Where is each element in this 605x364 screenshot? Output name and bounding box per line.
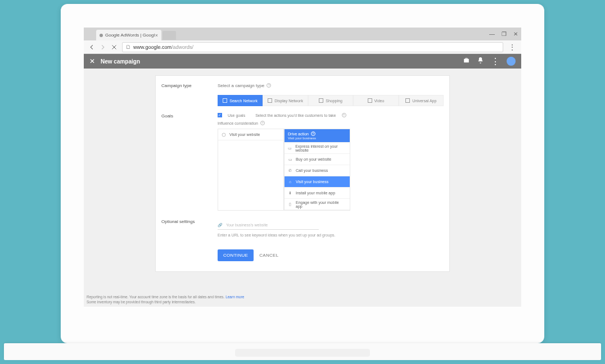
campaign-type-tabs: Search Network Display Network Shopping … xyxy=(218,95,444,106)
browser-window: Google AdWords | Googl × — ❐ ✕ 🗋 www.goo… xyxy=(84,28,521,307)
close-panel-icon[interactable]: ✕ xyxy=(89,57,95,65)
video-icon xyxy=(368,98,372,103)
optional-settings-label: Optional settings xyxy=(161,219,218,261)
use-goals-label: Use goals xyxy=(228,113,245,117)
url-hint: Enter a URL to see keyword ideas when yo… xyxy=(218,233,444,237)
tab-favicon xyxy=(100,34,103,37)
tab-display-network[interactable]: Display Network xyxy=(263,95,308,106)
cancel-button[interactable]: CANCEL xyxy=(259,253,278,258)
app-bar: ✕ New campaign ⋮ xyxy=(84,54,521,69)
form-icon: ▭ xyxy=(288,146,292,151)
svg-point-0 xyxy=(222,133,225,136)
continue-button[interactable]: CONTINUE xyxy=(218,249,254,261)
laptop-base xyxy=(4,343,601,360)
display-network-icon xyxy=(268,98,272,103)
tab-shopping[interactable]: Shopping xyxy=(308,95,353,106)
mobile-icon: ▯ xyxy=(288,202,292,207)
info-icon[interactable]: ? xyxy=(267,83,271,88)
link-icon: 🔗 xyxy=(218,223,223,228)
browser-address-bar: 🗋 www.google.com/adwords/ ⋮ xyxy=(84,40,521,54)
campaign-type-label: Campaign type xyxy=(161,83,218,88)
window-close-icon[interactable]: ✕ xyxy=(513,31,518,37)
tab-title: Google AdWords | Googl xyxy=(105,33,155,38)
universal-app-icon xyxy=(405,98,410,103)
goals-label: Goals xyxy=(161,113,218,211)
goal-panels: Visit your website Drive action? Visit y… xyxy=(218,129,444,211)
globe-icon xyxy=(222,133,226,137)
bell-icon[interactable] xyxy=(477,56,484,66)
url-input[interactable]: 🗋 www.google.com/adwords/ xyxy=(122,42,503,52)
url-path: /adwords/ xyxy=(171,44,193,50)
goal-buy[interactable]: ▭Buy on your website xyxy=(285,154,350,165)
url-host: www.google.com xyxy=(133,44,171,50)
goal-engage-app[interactable]: ▯Engage with your mobile app xyxy=(285,199,350,210)
minimize-icon[interactable]: — xyxy=(489,31,495,37)
influence-panel: Visit your website xyxy=(218,129,284,211)
browser-tab[interactable]: Google AdWords | Googl × xyxy=(96,30,161,40)
browser-menu-icon[interactable]: ⋮ xyxy=(508,43,517,51)
campaign-type-prompt: Select a campaign type xyxy=(218,83,264,88)
goal-call[interactable]: ✆Call your business xyxy=(285,165,350,176)
footer-disclaimer: Reporting is not real-time. Your account… xyxy=(87,295,244,304)
learn-more-link[interactable]: Learn more xyxy=(225,295,244,299)
goal-install-app[interactable]: ⬇Install your mobile app xyxy=(285,188,350,199)
new-tab-button[interactable] xyxy=(162,31,176,40)
content-area: Campaign type Select a campaign type ? S… xyxy=(84,69,521,307)
avatar[interactable] xyxy=(507,57,516,66)
goal-visit-business[interactable]: ⌂Visit your business xyxy=(285,176,350,188)
shopping-icon xyxy=(319,98,323,103)
download-icon: ⬇ xyxy=(288,191,292,195)
goal-visit-website[interactable]: Visit your website xyxy=(218,129,283,140)
info-icon[interactable]: ? xyxy=(311,131,315,136)
forward-icon[interactable] xyxy=(100,44,106,51)
campaign-card: Campaign type Select a campaign type ? S… xyxy=(155,75,450,272)
use-goals-checkbox[interactable] xyxy=(218,113,222,117)
tab-universal-app[interactable]: Universal App xyxy=(399,95,444,106)
business-website-input[interactable]: 🔗 Your business's website xyxy=(218,221,319,230)
search-network-icon xyxy=(223,98,227,103)
business-website-placeholder: Your business's website xyxy=(226,223,268,227)
phone-icon: ✆ xyxy=(288,169,292,173)
url-scheme-icon: 🗋 xyxy=(126,44,131,50)
tab-search-network[interactable]: Search Network xyxy=(218,95,263,106)
card-icon: ▭ xyxy=(288,157,292,162)
stop-reload-icon[interactable] xyxy=(111,44,118,51)
optional-settings-row: Optional settings 🔗 Your business's webs… xyxy=(156,212,449,261)
maximize-icon[interactable]: ❐ xyxy=(502,31,507,37)
left-panel-header: Influence consideration xyxy=(218,121,258,125)
campaign-type-row: Campaign type Select a campaign type ? xyxy=(156,81,449,89)
goal-express-interest[interactable]: ▭Express interest on your website xyxy=(285,143,350,154)
tab-video[interactable]: Video xyxy=(353,95,398,106)
drive-action-header: Drive action? Visit your business xyxy=(285,129,350,143)
drive-action-panel: Drive action? Visit your business ▭Expre… xyxy=(284,129,350,211)
store-icon: ⌂ xyxy=(288,180,292,184)
browser-tabbar: Google AdWords | Googl × — ❐ ✕ xyxy=(84,28,521,40)
briefcase-icon[interactable] xyxy=(463,56,470,66)
info-icon[interactable]: ? xyxy=(260,121,265,125)
page-title: New campaign xyxy=(101,58,140,65)
goals-row: Goals Use goals Select the actions you'd… xyxy=(156,112,449,212)
goals-select-prompt: Select the actions you'd like customers … xyxy=(255,113,336,117)
tab-close-icon[interactable]: × xyxy=(155,33,158,38)
back-icon[interactable] xyxy=(88,44,95,51)
info-icon[interactable]: ? xyxy=(342,113,346,117)
laptop-frame: Google AdWords | Googl × — ❐ ✕ 🗋 www.goo… xyxy=(61,4,544,343)
overflow-menu-icon[interactable]: ⋮ xyxy=(491,56,500,67)
